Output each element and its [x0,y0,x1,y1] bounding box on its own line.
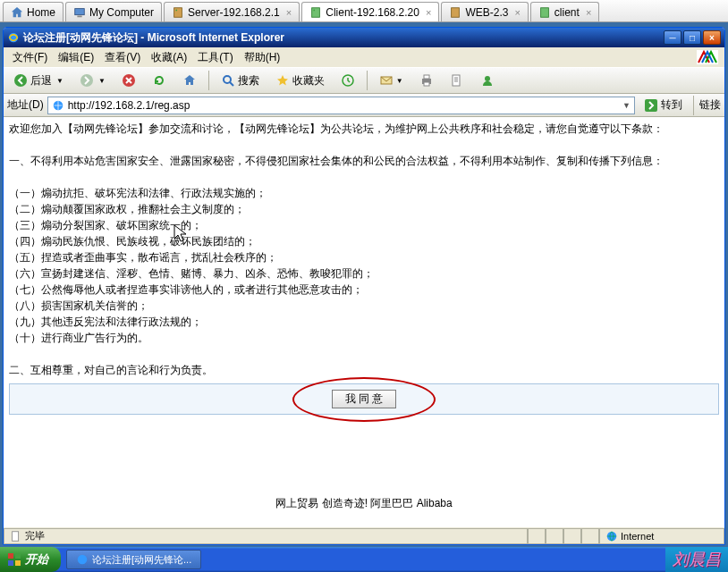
vm-tab-home[interactable]: Home [3,2,63,21]
close-icon[interactable]: × [514,7,520,18]
go-button[interactable]: 转到 [639,97,688,113]
svg-point-29 [78,555,88,565]
favorites-button[interactable]: 收藏夹 [269,71,331,90]
terms-rule: （二）煽动颠覆国家政权，推翻社会主义制度的； [9,201,719,217]
menu-view[interactable]: 查看(V) [99,48,146,67]
svg-rect-25 [8,553,13,559]
start-button[interactable]: 开始 [0,547,61,572]
menu-favorites[interactable]: 收藏(A) [146,48,192,67]
menu-file[interactable]: 文件(F) [7,48,53,67]
print-button[interactable] [413,71,440,90]
svg-rect-22 [645,99,657,112]
svg-point-5 [314,9,316,11]
minimize-button[interactable]: ─ [664,30,681,45]
footer-ad: 网上贸易 创造奇迹! 阿里巴巴 Alibaba [9,495,719,512]
titlebar: 论坛注册[动网先锋论坛] - Microsoft Internet Explor… [4,28,724,47]
messenger-button[interactable] [474,71,501,90]
svg-point-10 [14,74,27,87]
done-icon [10,530,22,543]
close-icon[interactable]: × [586,7,591,18]
statusbar: 完毕 Internet [4,526,724,544]
svg-rect-4 [312,7,320,17]
svg-point-11 [80,74,93,87]
svg-rect-23 [13,531,19,541]
terms-rule: （十）进行商业广告行为的。 [9,330,719,346]
vm-tab-server1[interactable]: Server-192.168.2.1× [164,2,300,21]
ie-icon [7,31,20,44]
close-button[interactable]: × [703,30,721,45]
terms-heading1: 一、不得利用本站危害国家安全、泄露国家秘密，不得侵犯国家社会集体的和公民的合法权… [9,153,719,169]
menu-help[interactable]: 帮助(H) [239,48,286,67]
address-bar: 地址(D) http://192.168.2.1/reg.asp ▼ 转到 链接 [4,94,724,117]
edit-button[interactable] [444,71,470,90]
svg-rect-18 [424,82,429,86]
client-icon [538,6,551,19]
vm-tab-mycomputer[interactable]: My Computer [65,2,162,21]
terms-rule: （五）捏造或者歪曲事实，散布谣言，扰乱社会秩序的； [9,249,719,265]
page-icon [52,99,64,112]
system-tray: 刘晨昌 [665,547,728,572]
menubar: 文件(F) 编辑(E) 查看(V) 收藏(A) 工具(T) 帮助(H) [4,47,724,67]
terms-intro: 欢迎您加入【动网先锋论坛】参加交流和讨论，【动网先锋论坛】为公共论坛，为维护网上… [9,121,719,137]
menu-tools[interactable]: 工具(T) [192,48,238,67]
terms-rule: （四）煽动民族仇恨、民族歧视，破坏民族团结的； [9,233,719,249]
svg-point-3 [175,9,177,11]
stop-button[interactable] [115,71,142,90]
client-icon [309,6,322,19]
agree-button[interactable]: 我 同 意 [332,390,397,408]
terms-rule: （七）公然侮辱他人或者捏造事实诽谤他人的，或者进行其他恶意攻击的； [9,282,719,298]
vm-tab-client2[interactable]: client× [530,2,599,21]
windows-icon [7,552,21,567]
status-done: 完毕 [4,528,528,544]
page-footer: 网上贸易 创造奇迹! 阿里巴巴 Alibaba Copyright © 2000… [9,495,719,526]
maximize-button[interactable]: □ [683,30,701,45]
svg-point-20 [485,76,490,81]
home-icon [11,6,23,19]
url-input[interactable]: http://192.168.2.1/reg.asp ▼ [47,97,635,114]
mail-button[interactable]: ▼ [373,71,410,90]
ie-window: 论坛注册[动网先锋论坛] - Microsoft Internet Explor… [3,27,725,545]
server-icon [172,6,184,19]
home-button[interactable] [176,71,203,90]
ie-icon [76,553,89,566]
svg-rect-27 [8,560,13,566]
menu-edit[interactable]: 编辑(E) [53,48,99,67]
svg-rect-7 [540,7,548,17]
globe-icon [605,530,618,543]
svg-rect-28 [15,560,21,566]
status-zone: Internet [599,528,724,544]
close-icon[interactable]: × [426,7,431,18]
close-icon[interactable]: × [286,7,292,18]
terms-rule: （一）煽动抗拒、破坏宪法和法律、行政法规实施的； [9,185,719,201]
svg-rect-17 [424,75,429,79]
taskbar: 开始 论坛注册[动网先锋论... 刘晨昌 [0,547,728,572]
vm-tab-web23[interactable]: WEB-2.3× [441,2,528,21]
watermark-signature: 刘晨昌 [673,549,721,570]
history-button[interactable] [334,71,361,90]
dropdown-icon[interactable]: ▼ [622,101,631,110]
vm-tab-client1[interactable]: Client-192.168.2.20× [301,2,439,21]
vm-tabs-strip: Home My Computer Server-192.168.2.1× Cli… [0,0,728,22]
svg-rect-2 [174,7,182,17]
ie-throbber-icon [694,49,721,65]
links-label[interactable]: 链接 [699,97,721,113]
svg-rect-6 [452,7,460,17]
taskbar-app[interactable]: 论坛注册[动网先锋论... [66,550,201,569]
svg-rect-1 [77,15,81,17]
search-button[interactable]: 搜索 [215,71,266,90]
refresh-button[interactable] [146,71,173,90]
terms-rule: （三）煽动分裂国家、破坏国家统一的； [9,217,719,233]
window-title: 论坛注册[动网先锋论坛] - Microsoft Internet Explor… [23,30,284,46]
toolbar: 后退▼ ▼ 搜索 收藏夹 ▼ [4,67,724,94]
forward-button[interactable]: ▼ [73,71,112,90]
terms-rule: （八）损害国家机关信誉的； [9,298,719,314]
svg-point-13 [224,76,231,83]
computer-icon [73,6,86,19]
address-label: 地址(D) [7,97,44,113]
svg-rect-26 [15,553,21,559]
svg-rect-19 [453,75,460,86]
svg-rect-0 [75,8,85,14]
back-button[interactable]: 后退▼ [7,71,70,90]
server-icon [449,6,461,19]
terms-rule: （六）宣扬封建迷信、淫秽、色情、赌博、暴力、凶杀、恐怖、教唆犯罪的； [9,265,719,282]
